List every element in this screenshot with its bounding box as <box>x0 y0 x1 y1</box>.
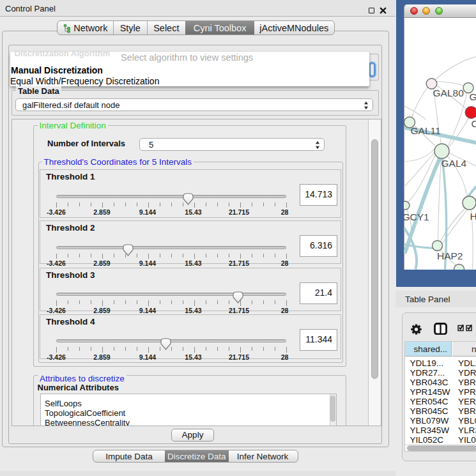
svg-text:HAP2: HAP2 <box>437 250 463 261</box>
svg-text:GAL80: GAL80 <box>433 87 464 98</box>
svg-text:C: C <box>471 118 476 128</box>
svg-text:GCY1: GCY1 <box>404 211 429 222</box>
svg-text:G.: G. <box>469 91 476 102</box>
svg-text:GAL11: GAL11 <box>410 125 440 136</box>
svg-text:H: H <box>470 211 476 222</box>
svg-text:GAL4: GAL4 <box>441 158 466 169</box>
